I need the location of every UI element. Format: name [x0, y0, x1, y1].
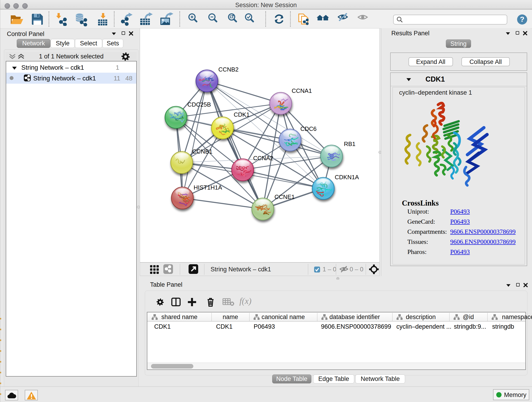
svg-text:CDC25B: CDC25B [187, 101, 211, 108]
svg-text:CCNA1: CCNA1 [292, 87, 312, 94]
svg-text:CDC6: CDC6 [300, 125, 317, 132]
svg-text:CCNA2: CCNA2 [253, 155, 273, 162]
svg-text:CCNB2: CCNB2 [218, 66, 239, 73]
svg-text:CDK1: CDK1 [234, 111, 249, 118]
svg-text:CDKN1A: CDKN1A [335, 174, 359, 181]
svg-text:HIST1H1A: HIST1H1A [194, 184, 222, 191]
svg-text:?: ? [520, 15, 525, 23]
svg-text:RB1: RB1 [344, 140, 355, 147]
svg-text:CCNB1: CCNB1 [192, 148, 212, 155]
svg-text:CCNE1: CCNE1 [274, 193, 295, 200]
